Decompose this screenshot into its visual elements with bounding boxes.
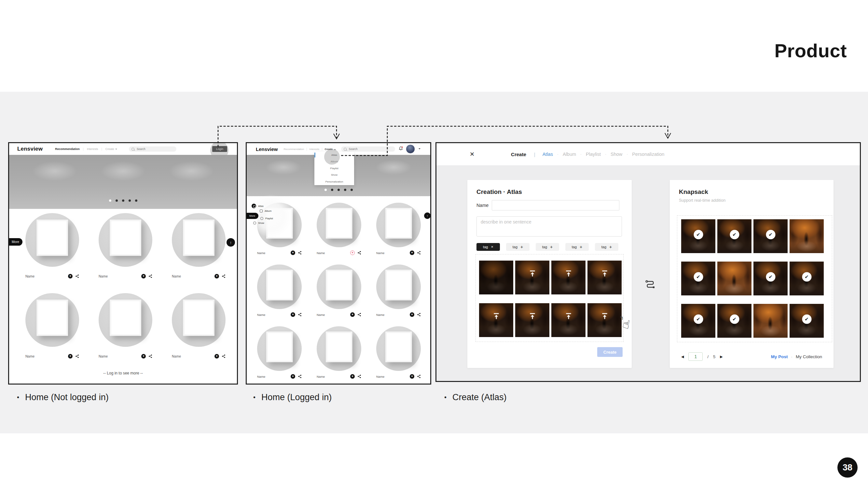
share-icon[interactable] xyxy=(298,251,302,255)
artwork-thumbnail[interactable] xyxy=(317,326,361,371)
quick-menu-item-atlas[interactable]: Atlas xyxy=(252,204,264,208)
dropdown-item-playlist[interactable]: Playlist xyxy=(314,165,354,172)
carousel-dot[interactable] xyxy=(135,199,137,202)
artwork-thumbnail[interactable] xyxy=(317,264,361,309)
atlas-photo-dropzone[interactable] xyxy=(475,254,624,342)
share-icon[interactable] xyxy=(358,375,361,378)
like-icon[interactable]: ♥ xyxy=(350,374,355,379)
quick-menu-item-album[interactable]: Album xyxy=(260,209,272,213)
atlas-photo-tile[interactable] xyxy=(587,303,622,337)
artwork-card[interactable]: Name♥ xyxy=(25,293,79,359)
knapsack-photo-tile[interactable]: ✔ xyxy=(717,304,751,338)
search-input[interactable] xyxy=(348,147,393,151)
artwork-card[interactable]: Name♥ xyxy=(172,213,225,279)
carousel-dot[interactable] xyxy=(109,199,111,202)
like-icon[interactable]: ♥ xyxy=(291,374,295,379)
back-to-top-button[interactable]: ↑ xyxy=(226,238,235,247)
add-tag-icon[interactable]: + xyxy=(520,244,523,250)
nav-create[interactable]: Create xyxy=(325,148,336,151)
artwork-card[interactable]: Name♥ xyxy=(99,213,152,279)
knapsack-photo-tile[interactable] xyxy=(717,262,751,295)
add-tag-icon[interactable]: + xyxy=(609,244,612,250)
tag-chip-add[interactable]: tag+ xyxy=(506,243,529,251)
share-icon[interactable] xyxy=(222,354,225,358)
create-submit-button[interactable]: Create xyxy=(597,347,623,357)
page-prev-icon[interactable]: ◀ xyxy=(681,355,684,359)
lensview-logo[interactable]: Lensview xyxy=(256,147,278,152)
search-input[interactable] xyxy=(136,147,174,151)
tab-show[interactable]: Show xyxy=(611,152,622,157)
artwork-card[interactable]: Name♥ xyxy=(376,203,421,255)
artwork-card[interactable]: Name♥ xyxy=(376,264,421,317)
artwork-thumbnail[interactable] xyxy=(99,293,152,347)
like-icon[interactable]: ♥ xyxy=(68,274,72,279)
artwork-card[interactable]: Name♥ xyxy=(317,326,361,379)
artwork-thumbnail[interactable] xyxy=(99,213,152,267)
carousel-dot[interactable] xyxy=(324,189,327,191)
knapsack-photo-tile[interactable]: ✔ xyxy=(753,262,787,295)
artwork-thumbnail[interactable] xyxy=(172,213,225,267)
artwork-thumbnail[interactable] xyxy=(25,293,79,347)
back-to-top-button[interactable]: ↑ xyxy=(424,213,431,219)
description-textarea[interactable] xyxy=(476,216,622,236)
hero-carousel[interactable] xyxy=(9,155,237,209)
nav-recommendation[interactable]: Recommendation xyxy=(284,148,304,151)
dropdown-item-album[interactable]: Album xyxy=(314,158,354,165)
carousel-dot[interactable] xyxy=(129,199,131,202)
like-icon[interactable]: ♥ xyxy=(410,312,414,317)
share-icon[interactable] xyxy=(148,354,152,358)
login-button[interactable]: Login xyxy=(212,146,227,152)
share-icon[interactable] xyxy=(298,375,302,378)
share-icon[interactable] xyxy=(358,313,361,317)
share-icon[interactable] xyxy=(417,251,421,255)
like-icon[interactable]: ♥ xyxy=(141,354,146,359)
knapsack-photo-tile[interactable] xyxy=(753,304,787,338)
knapsack-photo-tile[interactable]: ✔ xyxy=(681,304,715,338)
chevron-down-icon[interactable] xyxy=(418,148,421,150)
like-icon[interactable]: ♥ xyxy=(215,274,219,279)
tag-chip-add[interactable]: tag+ xyxy=(536,243,559,251)
like-icon[interactable]: ♥ xyxy=(291,312,295,317)
atlas-photo-tile[interactable] xyxy=(587,261,622,294)
carousel-dot[interactable] xyxy=(338,189,340,191)
share-icon[interactable] xyxy=(358,251,361,255)
tag-chip-active[interactable]: tag✕ xyxy=(476,243,500,251)
artwork-thumbnail[interactable] xyxy=(257,326,302,371)
tab-personalization[interactable]: Personalization xyxy=(632,152,664,157)
like-icon[interactable]: ♥ xyxy=(68,354,72,359)
atlas-photo-tile[interactable] xyxy=(515,261,549,294)
page-number-box[interactable]: 1 xyxy=(688,352,703,361)
knapsack-photo-tile[interactable]: ✔ xyxy=(789,262,824,295)
nav-create[interactable]: Create xyxy=(105,148,117,151)
knapsack-photo-tile[interactable] xyxy=(789,219,824,253)
artwork-card[interactable]: Name♥ xyxy=(376,326,421,379)
like-icon[interactable]: ♥ xyxy=(215,354,219,359)
dropdown-item-atlas[interactable]: Atlas xyxy=(314,152,354,158)
like-icon[interactable]: ♥ xyxy=(291,251,295,255)
search-box[interactable] xyxy=(129,147,177,152)
carousel-dot[interactable] xyxy=(350,189,353,191)
artwork-card[interactable]: Name♥ xyxy=(257,264,302,317)
share-icon[interactable] xyxy=(222,274,225,278)
knapsack-photo-tile[interactable]: ✔ xyxy=(681,219,715,253)
knapsack-photo-tile[interactable]: ✔ xyxy=(717,219,751,253)
share-icon[interactable] xyxy=(148,274,152,278)
page-next-icon[interactable]: ▶ xyxy=(720,355,722,359)
atlas-photo-tile[interactable] xyxy=(551,261,586,294)
tab-playlist[interactable]: Playlist xyxy=(586,152,601,157)
lensview-logo[interactable]: Lensview xyxy=(17,146,43,152)
tab-atlas[interactable]: Atlas xyxy=(542,152,553,157)
artwork-thumbnail[interactable] xyxy=(376,203,421,247)
add-tag-icon[interactable]: + xyxy=(580,244,582,250)
tag-chip-add[interactable]: tag+ xyxy=(595,243,618,251)
knapsack-photo-tile[interactable]: ✔ xyxy=(681,262,715,295)
add-tag-icon[interactable]: + xyxy=(550,244,553,250)
carousel-dot[interactable] xyxy=(116,199,118,202)
nav-interests[interactable]: Interests xyxy=(87,148,98,151)
carousel-dot[interactable] xyxy=(331,189,333,191)
artwork-thumbnail[interactable] xyxy=(317,203,361,247)
carousel-dot[interactable] xyxy=(344,189,346,191)
nav-interests[interactable]: Interests xyxy=(310,148,319,151)
carousel-dots[interactable] xyxy=(247,189,430,191)
user-avatar[interactable] xyxy=(406,144,415,154)
